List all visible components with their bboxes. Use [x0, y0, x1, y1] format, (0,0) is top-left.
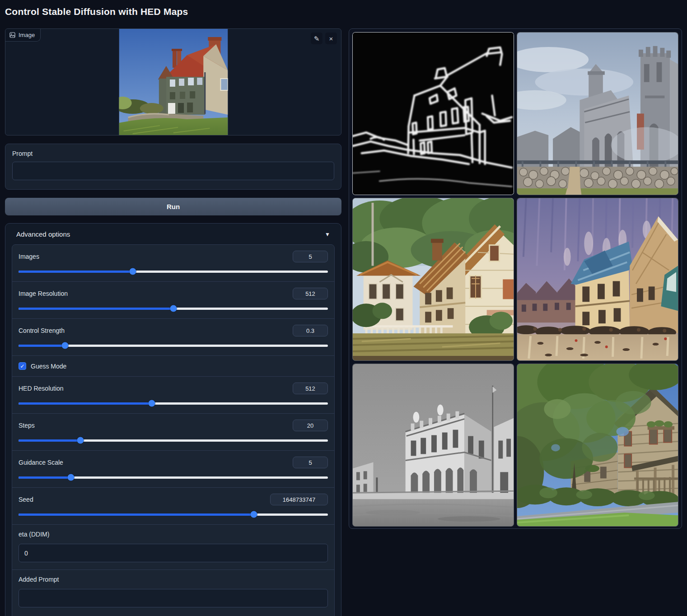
image-resolution-slider-thumb[interactable] — [170, 305, 177, 312]
images-row: Images — [12, 245, 334, 282]
advanced-options-form: Images Image Resolution — [12, 244, 335, 616]
edit-image-button[interactable]: ✎ — [311, 33, 322, 44]
advanced-options-header[interactable]: Advanced options ▼ — [12, 224, 335, 244]
victorian-house-image — [353, 198, 514, 360]
eta-input[interactable] — [19, 544, 328, 562]
uploaded-image[interactable] — [119, 29, 228, 135]
gallery-item-grayscale-building[interactable] — [352, 364, 514, 527]
close-icon: × — [329, 35, 333, 42]
uploaded-house-photo — [119, 29, 228, 135]
guidance-scale-number-input[interactable] — [293, 457, 328, 468]
gallery-item-wooden-house[interactable] — [517, 364, 678, 527]
control-strength-number-input[interactable] — [293, 325, 328, 336]
prompt-label: Prompt — [12, 150, 334, 157]
hed-resolution-slider-thumb[interactable] — [148, 400, 155, 407]
images-slider[interactable] — [19, 269, 328, 274]
app-root: Control Stable Diffusion with HED Maps I… — [0, 0, 687, 616]
image-icon — [9, 32, 15, 38]
image-resolution-slider[interactable] — [19, 306, 328, 311]
control-strength-slider-thumb[interactable] — [61, 342, 68, 349]
hed-resolution-label: HED Resolution — [19, 385, 64, 392]
controls-column: Image ✎ × — [5, 28, 341, 616]
seed-slider[interactable] — [19, 512, 328, 517]
advanced-options-title: Advanced options — [16, 230, 70, 238]
images-number-input[interactable] — [293, 251, 328, 262]
seed-row: Seed — [12, 488, 334, 525]
image-component-label: Image — [5, 29, 41, 42]
pencil-icon: ✎ — [314, 35, 320, 42]
images-slider-thumb[interactable] — [130, 268, 136, 275]
guidance-scale-label: Guidance Scale — [19, 459, 63, 466]
control-strength-slider[interactable] — [19, 343, 328, 348]
image-resolution-row: Image Resolution — [12, 282, 334, 319]
impressionist-painting-image — [517, 198, 678, 360]
hed-resolution-number-input[interactable] — [293, 383, 328, 394]
wooden-house-image — [517, 364, 678, 526]
input-image-panel: Image ✎ × — [5, 28, 341, 135]
prompt-panel: Prompt — [5, 144, 341, 190]
added-prompt-input[interactable] — [19, 589, 328, 607]
hed-resolution-slider[interactable] — [19, 401, 328, 406]
image-label-text: Image — [19, 32, 35, 38]
added-prompt-row: Added Prompt — [12, 570, 334, 616]
seed-number-input[interactable] — [270, 494, 328, 505]
seed-slider-thumb[interactable] — [250, 511, 257, 518]
gallery-item-cathedral[interactable] — [517, 32, 678, 195]
eta-row: eta (DDIM) — [12, 525, 334, 570]
grayscale-building-image — [353, 364, 514, 526]
prompt-input[interactable] — [12, 162, 334, 180]
image-resolution-number-input[interactable] — [293, 288, 328, 299]
gallery-item-victorian-house[interactable] — [352, 198, 514, 361]
gallery-item-hed-map[interactable] — [352, 32, 514, 195]
image-resolution-label: Image Resolution — [19, 290, 68, 297]
output-gallery — [349, 28, 682, 529]
page-title: Control Stable Diffusion with HED Maps — [5, 6, 188, 17]
control-strength-row: Control Strength — [12, 319, 334, 356]
steps-label: Steps — [19, 422, 35, 429]
image-actions: ✎ × — [311, 33, 337, 44]
steps-number-input[interactable] — [293, 420, 328, 431]
guidance-scale-row: Guidance Scale — [12, 451, 334, 488]
cathedral-image — [517, 33, 678, 195]
steps-slider[interactable] — [19, 438, 328, 443]
run-button[interactable]: Run — [5, 198, 341, 215]
guess-mode-checkbox[interactable]: ✓ — [19, 362, 26, 370]
collapse-arrow-icon: ▼ — [325, 231, 330, 238]
hed-resolution-row: HED Resolution — [12, 377, 334, 414]
guidance-scale-slider-thumb[interactable] — [68, 474, 75, 481]
added-prompt-label: Added Prompt — [19, 576, 328, 583]
control-strength-label: Control Strength — [19, 327, 65, 334]
seed-label: Seed — [19, 496, 33, 503]
eta-label: eta (DDIM) — [19, 531, 328, 538]
steps-row: Steps — [12, 414, 334, 451]
hed-map-image — [353, 33, 514, 195]
checkmark-icon: ✓ — [20, 364, 24, 369]
guess-mode-row: ✓ Guess Mode — [12, 356, 334, 377]
guidance-scale-slider[interactable] — [19, 475, 328, 480]
steps-slider-thumb[interactable] — [77, 437, 84, 444]
advanced-options-panel: Advanced options ▼ Images Image — [5, 223, 341, 616]
gallery-item-impressionist-painting[interactable] — [517, 198, 678, 361]
clear-image-button[interactable]: × — [325, 33, 337, 44]
guess-mode-label: Guess Mode — [31, 363, 66, 370]
images-label: Images — [19, 253, 39, 260]
